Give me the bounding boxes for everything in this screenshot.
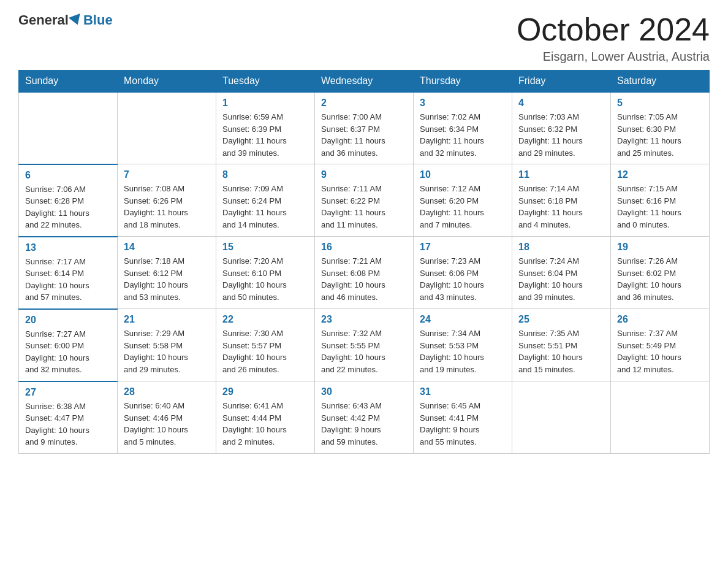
calendar-cell: 7Sunrise: 7:08 AMSunset: 6:26 PMDaylight…	[118, 164, 216, 237]
day-info: Sunrise: 7:02 AMSunset: 6:34 PMDaylight:…	[420, 111, 506, 159]
calendar-cell: 10Sunrise: 7:12 AMSunset: 6:20 PMDayligh…	[414, 164, 512, 237]
day-number: 17	[420, 242, 506, 253]
calendar-cell: 15Sunrise: 7:20 AMSunset: 6:10 PMDayligh…	[216, 237, 315, 309]
calendar-week-row: 6Sunrise: 7:06 AMSunset: 6:28 PMDaylight…	[19, 164, 710, 237]
day-info: Sunrise: 7:15 AMSunset: 6:16 PMDaylight:…	[617, 183, 703, 231]
day-info: Sunrise: 7:34 AMSunset: 5:53 PMDaylight:…	[420, 327, 506, 375]
day-number: 9	[321, 169, 407, 180]
calendar-cell: 17Sunrise: 7:23 AMSunset: 6:06 PMDayligh…	[414, 237, 512, 309]
day-info: Sunrise: 7:05 AMSunset: 6:30 PMDaylight:…	[617, 111, 703, 159]
day-info: Sunrise: 7:20 AMSunset: 6:10 PMDaylight:…	[222, 255, 308, 303]
calendar-week-row: 20Sunrise: 7:27 AMSunset: 6:00 PMDayligh…	[19, 309, 710, 381]
day-number: 28	[124, 386, 210, 397]
logo-triangle-icon	[69, 13, 83, 27]
calendar-cell	[19, 92, 118, 164]
day-info: Sunrise: 7:26 AMSunset: 6:02 PMDaylight:…	[617, 255, 703, 303]
day-number: 25	[518, 314, 604, 325]
calendar-cell: 23Sunrise: 7:32 AMSunset: 5:55 PMDayligh…	[315, 309, 414, 381]
calendar-cell: 4Sunrise: 7:03 AMSunset: 6:32 PMDaylight…	[512, 92, 611, 164]
calendar-cell: 13Sunrise: 7:17 AMSunset: 6:14 PMDayligh…	[19, 237, 118, 309]
day-info: Sunrise: 7:35 AMSunset: 5:51 PMDaylight:…	[518, 327, 604, 375]
calendar-cell: 5Sunrise: 7:05 AMSunset: 6:30 PMDaylight…	[611, 92, 710, 164]
logo-blue-text: Blue	[83, 12, 113, 28]
day-number: 1	[222, 98, 308, 109]
calendar-cell: 3Sunrise: 7:02 AMSunset: 6:34 PMDaylight…	[414, 92, 512, 164]
day-number: 4	[518, 98, 604, 109]
day-number: 13	[25, 242, 111, 253]
day-info: Sunrise: 7:06 AMSunset: 6:28 PMDaylight:…	[25, 183, 111, 231]
day-info: Sunrise: 7:18 AMSunset: 6:12 PMDaylight:…	[124, 255, 210, 303]
day-number: 18	[518, 242, 604, 253]
day-of-week-header: Tuesday	[216, 71, 315, 93]
location-title: Eisgarn, Lower Austria, Austria	[517, 50, 710, 64]
day-info: Sunrise: 6:59 AMSunset: 6:39 PMDaylight:…	[222, 111, 308, 159]
day-of-week-header: Friday	[512, 71, 611, 93]
day-info: Sunrise: 7:30 AMSunset: 5:57 PMDaylight:…	[222, 327, 308, 375]
title-area: October 2024 Eisgarn, Lower Austria, Aus…	[517, 12, 710, 64]
calendar-cell: 18Sunrise: 7:24 AMSunset: 6:04 PMDayligh…	[512, 237, 611, 309]
day-info: Sunrise: 7:03 AMSunset: 6:32 PMDaylight:…	[518, 111, 604, 159]
calendar-cell: 26Sunrise: 7:37 AMSunset: 5:49 PMDayligh…	[611, 309, 710, 381]
page-header: General Blue October 2024 Eisgarn, Lower…	[18, 12, 710, 64]
calendar-cell: 28Sunrise: 6:40 AMSunset: 4:46 PMDayligh…	[118, 381, 216, 454]
calendar-table: SundayMondayTuesdayWednesdayThursdayFrid…	[18, 70, 710, 454]
day-number: 5	[617, 98, 703, 109]
day-number: 7	[124, 169, 210, 180]
day-of-week-header: Wednesday	[315, 71, 414, 93]
day-number: 27	[25, 387, 111, 398]
calendar-cell: 6Sunrise: 7:06 AMSunset: 6:28 PMDaylight…	[19, 164, 118, 237]
calendar-cell: 30Sunrise: 6:43 AMSunset: 4:42 PMDayligh…	[315, 381, 414, 454]
day-number: 23	[321, 314, 407, 325]
calendar-week-row: 1Sunrise: 6:59 AMSunset: 6:39 PMDaylight…	[19, 92, 710, 164]
day-number: 26	[617, 314, 703, 325]
day-of-week-header: Saturday	[611, 71, 710, 93]
calendar-cell: 29Sunrise: 6:41 AMSunset: 4:44 PMDayligh…	[216, 381, 315, 454]
day-info: Sunrise: 7:12 AMSunset: 6:20 PMDaylight:…	[420, 183, 506, 231]
calendar-cell: 25Sunrise: 7:35 AMSunset: 5:51 PMDayligh…	[512, 309, 611, 381]
day-info: Sunrise: 6:41 AMSunset: 4:44 PMDaylight:…	[222, 400, 308, 448]
calendar-cell: 27Sunrise: 6:38 AMSunset: 4:47 PMDayligh…	[19, 381, 118, 454]
calendar-cell: 9Sunrise: 7:11 AMSunset: 6:22 PMDaylight…	[315, 164, 414, 237]
day-info: Sunrise: 7:14 AMSunset: 6:18 PMDaylight:…	[518, 183, 604, 231]
day-number: 6	[25, 170, 111, 181]
day-info: Sunrise: 7:37 AMSunset: 5:49 PMDaylight:…	[617, 327, 703, 375]
day-info: Sunrise: 7:09 AMSunset: 6:24 PMDaylight:…	[222, 183, 308, 231]
calendar-cell: 2Sunrise: 7:00 AMSunset: 6:37 PMDaylight…	[315, 92, 414, 164]
day-number: 24	[420, 314, 506, 325]
calendar-week-row: 27Sunrise: 6:38 AMSunset: 4:47 PMDayligh…	[19, 381, 710, 454]
day-number: 2	[321, 98, 407, 109]
logo: General Blue	[18, 12, 113, 28]
month-title: October 2024	[517, 12, 710, 47]
day-number: 31	[420, 386, 506, 397]
day-info: Sunrise: 6:40 AMSunset: 4:46 PMDaylight:…	[124, 400, 210, 448]
logo-general-text: General	[18, 12, 69, 28]
calendar-cell: 12Sunrise: 7:15 AMSunset: 6:16 PMDayligh…	[611, 164, 710, 237]
day-info: Sunrise: 7:08 AMSunset: 6:26 PMDaylight:…	[124, 183, 210, 231]
day-number: 16	[321, 242, 407, 253]
day-number: 10	[420, 169, 506, 180]
day-number: 14	[124, 242, 210, 253]
calendar-cell: 8Sunrise: 7:09 AMSunset: 6:24 PMDaylight…	[216, 164, 315, 237]
day-number: 29	[222, 386, 308, 397]
day-number: 21	[124, 314, 210, 325]
day-number: 11	[518, 169, 604, 180]
calendar-cell: 19Sunrise: 7:26 AMSunset: 6:02 PMDayligh…	[611, 237, 710, 309]
day-number: 3	[420, 98, 506, 109]
calendar-cell: 1Sunrise: 6:59 AMSunset: 6:39 PMDaylight…	[216, 92, 315, 164]
calendar-cell: 31Sunrise: 6:45 AMSunset: 4:41 PMDayligh…	[414, 381, 512, 454]
day-number: 12	[617, 169, 703, 180]
day-number: 8	[222, 169, 308, 180]
day-info: Sunrise: 6:43 AMSunset: 4:42 PMDaylight:…	[321, 400, 407, 448]
calendar-cell	[611, 381, 710, 454]
day-info: Sunrise: 7:00 AMSunset: 6:37 PMDaylight:…	[321, 111, 407, 159]
day-number: 15	[222, 242, 308, 253]
calendar-cell: 11Sunrise: 7:14 AMSunset: 6:18 PMDayligh…	[512, 164, 611, 237]
calendar-header-row: SundayMondayTuesdayWednesdayThursdayFrid…	[19, 71, 710, 93]
day-of-week-header: Sunday	[19, 71, 118, 93]
day-number: 30	[321, 386, 407, 397]
day-info: Sunrise: 7:23 AMSunset: 6:06 PMDaylight:…	[420, 255, 506, 303]
calendar-cell: 24Sunrise: 7:34 AMSunset: 5:53 PMDayligh…	[414, 309, 512, 381]
day-info: Sunrise: 6:38 AMSunset: 4:47 PMDaylight:…	[25, 400, 111, 448]
calendar-cell: 14Sunrise: 7:18 AMSunset: 6:12 PMDayligh…	[118, 237, 216, 309]
day-info: Sunrise: 7:24 AMSunset: 6:04 PMDaylight:…	[518, 255, 604, 303]
